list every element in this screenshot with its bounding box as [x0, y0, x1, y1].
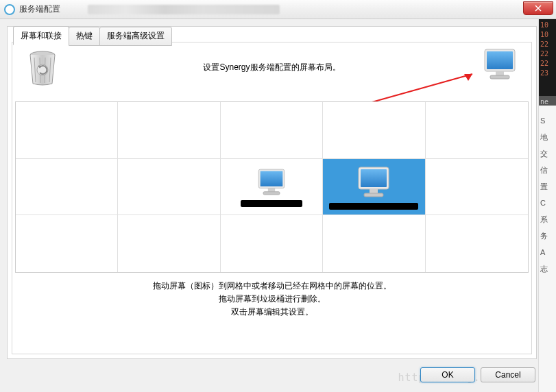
- svg-line-10: [370, 74, 472, 103]
- grid-cell-2-1[interactable]: [118, 215, 220, 272]
- window-title: 服务端配置: [19, 3, 60, 15]
- right-strip-dark: 10 10 22 22 22 23: [539, 19, 556, 96]
- instruction-line1: 拖动屏幕（图标）到网格中或者移动已经在网格中的屏幕的位置。: [12, 280, 531, 293]
- grid-cell-2-4[interactable]: [426, 215, 528, 272]
- monitor-icon: [255, 166, 288, 199]
- tab-hotkeys[interactable]: 热键: [69, 27, 100, 46]
- screen-label-redacted: [241, 200, 302, 207]
- monitor-icon: [354, 163, 393, 201]
- screen-grid[interactable]: [15, 101, 529, 273]
- instruction-line2: 拖动屏幕到垃圾桶进行删除。: [12, 293, 531, 306]
- grid-cell-1-4[interactable]: [426, 159, 528, 215]
- grid-cell-0-4[interactable]: [426, 102, 528, 158]
- right-sidebar-strip: 10 10 22 22 22 23 ne S 地 交 信 置 C 系 务 A 志: [538, 19, 556, 392]
- svg-rect-8: [496, 71, 504, 75]
- cancel-button[interactable]: Cancel: [481, 367, 535, 382]
- tab-bar: 屏幕和联接 热键 服务端高级设置: [13, 26, 171, 45]
- grid-cell-0-0[interactable]: [16, 102, 118, 158]
- grid-cell-2-3[interactable]: [323, 215, 425, 272]
- close-button[interactable]: [523, 1, 553, 15]
- title-blur-area: [88, 5, 280, 14]
- grid-cell-1-0[interactable]: [16, 159, 118, 215]
- svg-rect-9: [490, 75, 509, 79]
- tab-panel-screens: 设置Synergy服务端配置的屏幕布局。: [12, 42, 532, 354]
- instruction-top: 设置Synergy服务端配置的屏幕布局。: [19, 62, 524, 73]
- grid-cell-1-2[interactable]: [221, 159, 323, 215]
- grid-cell-2-0[interactable]: [16, 215, 118, 272]
- monitor-icon: [481, 45, 519, 84]
- instruction-line3: 双击屏幕编辑其设置。: [12, 306, 531, 319]
- svg-rect-13: [261, 171, 283, 186]
- svg-rect-17: [361, 169, 387, 187]
- screen-label-redacted: [329, 203, 418, 210]
- top-row: 设置Synergy服务端配置的屏幕布局。: [19, 49, 524, 97]
- tab-advanced[interactable]: 服务端高级设置: [99, 27, 172, 46]
- svg-rect-7: [487, 51, 513, 69]
- grid-cell-0-2[interactable]: [221, 102, 323, 158]
- dialog-content: 屏幕和联接 热键 服务端高级设置: [7, 26, 537, 359]
- grid-cell-2-2[interactable]: [221, 215, 323, 272]
- ok-button[interactable]: OK: [420, 367, 475, 382]
- instructions-bottom: 拖动屏幕（图标）到网格中或者移动已经在网格中的屏幕的位置。 拖动屏幕到垃圾桶进行…: [12, 280, 531, 319]
- grid-cell-1-1[interactable]: [118, 159, 220, 215]
- tab-screens[interactable]: 屏幕和联接: [13, 26, 69, 45]
- svg-rect-18: [370, 189, 378, 193]
- svg-rect-14: [268, 188, 275, 192]
- grid-cell-1-3[interactable]: [323, 159, 425, 215]
- svg-marker-11: [464, 74, 472, 81]
- right-strip-light: S 地 交 信 置 C 系 务 A 志: [539, 106, 556, 284]
- close-icon: [535, 5, 542, 12]
- svg-rect-19: [364, 193, 383, 197]
- grid-cell-0-3[interactable]: [323, 102, 425, 158]
- app-icon: [4, 4, 15, 15]
- svg-rect-15: [263, 192, 280, 195]
- dialog-buttons: OK Cancel: [420, 367, 535, 382]
- grid-cell-0-1[interactable]: [118, 102, 220, 158]
- monitor-source[interactable]: [481, 45, 519, 86]
- titlebar: 服务端配置: [0, 0, 556, 19]
